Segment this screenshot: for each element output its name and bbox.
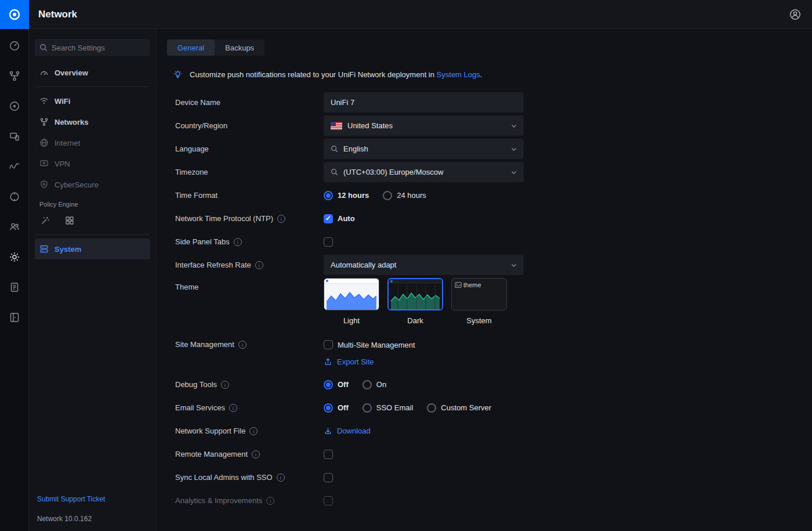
- sidebar-item-label: System: [55, 245, 81, 254]
- theme-option-light[interactable]: Light: [324, 278, 379, 325]
- tab-backups[interactable]: Backups: [215, 39, 264, 56]
- multi-site-management-checkbox[interactable]: Multi-Site Management: [324, 340, 415, 349]
- sidebar-item-wifi[interactable]: WiFi: [35, 91, 150, 111]
- theme-option-system[interactable]: theme System: [451, 278, 507, 325]
- email-custom-server-radio[interactable]: Custom Server: [427, 403, 491, 413]
- info-icon[interactable]: [277, 474, 285, 482]
- info-icon[interactable]: [221, 381, 229, 389]
- policy-engine-icons: [35, 211, 150, 231]
- export-site-link[interactable]: Export Site: [324, 357, 374, 366]
- networks-icon: [39, 117, 49, 127]
- sync-sso-label: Sync Local Admins with SSO: [175, 473, 324, 482]
- radio-12-hours[interactable]: 12 hours: [324, 191, 369, 200]
- sidebar-footer: Submit Support Ticket Network 10.0.162: [35, 494, 150, 523]
- info-icon[interactable]: [238, 341, 246, 349]
- tab-general[interactable]: General: [167, 39, 215, 56]
- sidebar-item-label: Overview: [55, 68, 88, 77]
- ntp-auto-checkbox[interactable]: Auto: [324, 214, 355, 223]
- info-icon[interactable]: [266, 497, 274, 505]
- device-name-row: Device Name: [175, 92, 812, 113]
- sidebar-divider: [36, 234, 149, 235]
- sidebar-item-networks[interactable]: Networks: [35, 111, 150, 132]
- remote-management-checkbox[interactable]: [324, 450, 333, 459]
- theme-light-thumbnail: [324, 278, 379, 310]
- sidebar-item-cybersecure[interactable]: CyberSecure: [35, 174, 150, 195]
- app-rail: [0, 29, 29, 531]
- search-input[interactable]: [52, 44, 154, 52]
- ntp-row: Network Time Protocol (NTP) Auto: [175, 208, 812, 229]
- globe-icon: [39, 138, 49, 147]
- ntp-label: Network Time Protocol (NTP): [175, 214, 324, 223]
- sidebar-item-internet[interactable]: Internet: [35, 132, 150, 153]
- country-label: Country/Region: [175, 121, 324, 130]
- insights-icon[interactable]: [8, 190, 21, 203]
- clients-icon[interactable]: [8, 221, 21, 233]
- debug-on-radio[interactable]: On: [362, 380, 386, 389]
- export-icon: [324, 357, 332, 366]
- broken-image-icon: theme: [455, 281, 481, 288]
- sync-sso-checkbox[interactable]: [324, 473, 333, 482]
- refresh-rate-value: Automatically adapt: [331, 261, 506, 269]
- theme-option-dark[interactable]: Dark: [387, 278, 443, 325]
- info-icon[interactable]: [277, 215, 285, 223]
- site-manager-icon[interactable]: [8, 311, 21, 324]
- unifi-logo[interactable]: [0, 0, 29, 29]
- theme-light-label: Light: [324, 316, 379, 325]
- settings-search[interactable]: [35, 39, 150, 56]
- notice-text: Customize push notifications related to …: [190, 70, 482, 79]
- country-select[interactable]: United States: [324, 115, 524, 136]
- lightbulb-icon: [173, 70, 183, 80]
- system-log-icon[interactable]: [8, 281, 21, 294]
- country-row: Country/Region United: [175, 115, 812, 136]
- timezone-select[interactable]: (UTC+03:00) Europe/Moscow: [324, 162, 524, 182]
- search-icon: [331, 168, 338, 176]
- analytics-checkbox[interactable]: [324, 496, 333, 505]
- unifi-logo-icon: [7, 7, 22, 22]
- system-logs-link[interactable]: System Logs: [437, 70, 480, 79]
- timezone-row: Timezone (UTC+03:00) Europe/Moscow: [175, 162, 812, 182]
- info-icon[interactable]: [229, 404, 237, 412]
- radio-icon: [427, 403, 436, 413]
- language-label: Language: [175, 145, 324, 153]
- remote-management-row: Remote Management: [175, 444, 812, 464]
- port-manager-icon[interactable]: [8, 70, 21, 82]
- device-name-input[interactable]: [324, 92, 524, 113]
- submit-support-ticket-link[interactable]: Submit Support Ticket: [37, 495, 105, 503]
- grid-icon[interactable]: [65, 216, 74, 225]
- device-name-label: Device Name: [175, 98, 324, 107]
- settings-icon[interactable]: [8, 251, 21, 263]
- account-icon[interactable]: [789, 8, 802, 21]
- side-panel-tabs-checkbox[interactable]: [324, 237, 333, 247]
- email-sso-radio[interactable]: SSO Email: [362, 403, 414, 413]
- chevron-down-icon: [511, 123, 517, 129]
- debug-off-radio[interactable]: Off: [324, 380, 349, 389]
- download-support-file-link[interactable]: Download: [324, 427, 371, 435]
- sidebar-item-label: WiFi: [55, 97, 70, 106]
- us-flag-icon: [331, 122, 342, 130]
- chevron-down-icon: [511, 146, 517, 152]
- timezone-label: Timezone: [175, 168, 324, 176]
- country-value: United States: [347, 121, 506, 130]
- radio-icon: [324, 380, 333, 389]
- info-icon[interactable]: [255, 261, 263, 269]
- page-title: Network: [38, 9, 77, 20]
- sidebar-item-system[interactable]: System: [35, 239, 150, 259]
- email-off-radio[interactable]: Off: [324, 403, 349, 413]
- version-text: Network 10.0.162: [37, 515, 148, 523]
- info-icon[interactable]: [234, 238, 242, 246]
- sidebar-item-vpn[interactable]: VPN: [35, 153, 150, 174]
- devices-icon[interactable]: [8, 130, 21, 143]
- language-select[interactable]: English: [324, 139, 524, 159]
- info-icon[interactable]: [252, 450, 260, 458]
- info-icon[interactable]: [249, 427, 258, 435]
- overview-icon: [39, 68, 49, 77]
- radio-24-hours[interactable]: 24 hours: [383, 191, 426, 200]
- shield-icon: [39, 180, 49, 189]
- dashboard-icon[interactable]: [8, 39, 21, 52]
- radios-icon[interactable]: [8, 100, 21, 113]
- magic-wand-icon[interactable]: [41, 216, 50, 225]
- sidebar-item-overview[interactable]: Overview: [35, 62, 150, 83]
- flows-icon[interactable]: [8, 160, 21, 173]
- top-bar: Network: [0, 0, 812, 29]
- refresh-rate-select[interactable]: Automatically adapt: [324, 255, 524, 275]
